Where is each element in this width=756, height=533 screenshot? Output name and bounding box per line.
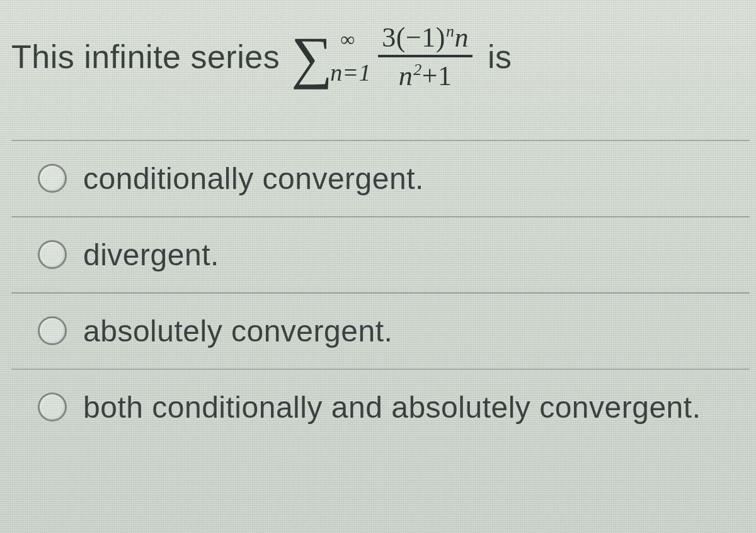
sum-index-var: n (330, 59, 343, 86)
den-one: 1 (438, 60, 452, 91)
stem-lead: This infinite series (11, 37, 280, 76)
radio-icon[interactable] (38, 316, 67, 345)
num-base: −1 (406, 22, 436, 53)
fraction-denominator: n2+1 (395, 61, 456, 91)
option-absolutely-convergent[interactable]: absolutely convergent. (11, 294, 750, 370)
sum-index-start: 1 (359, 59, 372, 86)
sigma-symbol: ∑ (291, 35, 333, 81)
option-label: divergent. (83, 238, 219, 272)
den-var: n (399, 60, 413, 91)
radio-icon[interactable] (38, 164, 67, 193)
option-both-convergent[interactable]: both conditionally and absolutely conver… (11, 370, 750, 445)
radio-icon[interactable] (38, 240, 67, 269)
question-stem: This infinite series ∑ ∞ n=1 3(−1)nn n2+… (11, 23, 750, 91)
fraction-bar (378, 55, 472, 57)
question-card: This infinite series ∑ ∞ n=1 3(−1)nn n2+… (0, 0, 756, 533)
option-label: conditionally convergent. (83, 161, 424, 196)
den-plus: + (422, 60, 438, 91)
option-label: absolutely convergent. (83, 314, 392, 348)
summation: ∑ ∞ n=1 (291, 31, 333, 82)
sum-lower-limit: n=1 (330, 59, 371, 88)
stem-trail: is (488, 37, 512, 76)
fraction-numerator: 3(−1)nn (378, 23, 472, 52)
num-coef: 3 (382, 22, 396, 53)
den-exponent: 2 (413, 60, 422, 79)
fraction: 3(−1)nn n2+1 (378, 23, 472, 91)
option-label: both conditionally and absolutely conver… (83, 390, 701, 425)
num-close-paren: ) (436, 22, 445, 53)
option-conditionally-convergent[interactable]: conditionally convergent. (11, 141, 750, 217)
radio-icon[interactable] (38, 393, 67, 421)
num-open-paren: ( (396, 22, 406, 53)
option-divergent[interactable]: divergent. (11, 217, 750, 294)
num-exponent: n (446, 22, 455, 40)
sum-upper-limit: ∞ (340, 27, 355, 51)
options-list: conditionally convergent. divergent. abs… (11, 140, 750, 445)
series-expression: ∑ ∞ n=1 3(−1)nn n2+1 (291, 23, 481, 91)
sum-index-eq: = (343, 59, 359, 86)
num-mult-var: n (454, 22, 469, 53)
